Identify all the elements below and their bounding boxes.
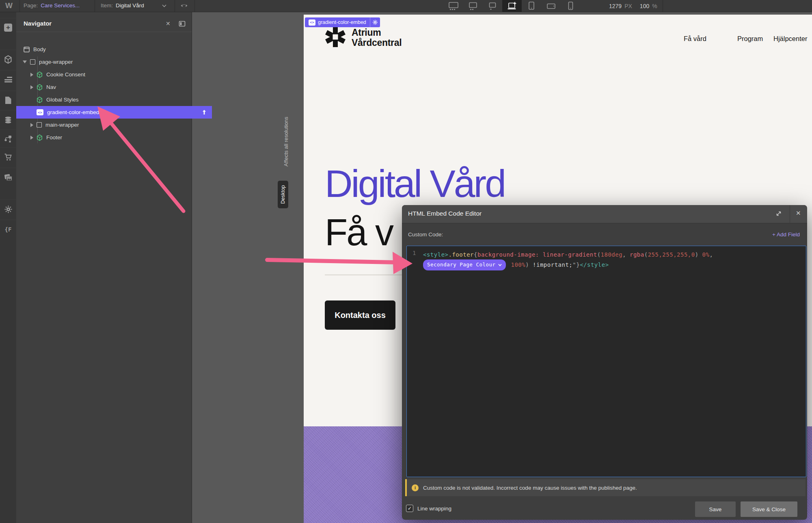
tree-row-gradient-color-embed-selected[interactable]: <> gradient-color-embed <box>16 106 212 119</box>
caret-right-icon[interactable] <box>30 123 33 127</box>
code-editor[interactable]: 1 <style>.footer{background-image: linea… <box>406 246 806 477</box>
modal-header[interactable]: HTML Embed Code Editor ✕ <box>402 205 807 223</box>
preview-eye-icon[interactable] <box>180 2 188 9</box>
desktop-xl-icon[interactable] <box>463 0 483 12</box>
site-logo-line1: Atrium <box>352 28 402 38</box>
caret-right-icon[interactable] <box>30 136 33 140</box>
tree-row-label: Body <box>33 46 46 52</box>
affects-all-breakpoints-icon <box>201 109 207 115</box>
breakpoint-bar <box>444 0 580 12</box>
line-wrapping-checkbox[interactable]: ✓ <box>406 505 413 512</box>
code-content[interactable]: <style>.footer{background-image: linear-… <box>423 250 802 270</box>
add-elements-icon[interactable]: + <box>0 18 16 37</box>
hero-heading-primary: Digital Vård <box>325 162 505 206</box>
code-line-2-rest: 100%) !important;"}</style> <box>508 262 609 268</box>
variable-pill[interactable]: Secondary Page Colour <box>423 259 506 270</box>
phone-landscape-icon[interactable] <box>541 0 561 12</box>
add-field-link[interactable]: + Add Field <box>772 231 800 238</box>
navigator-title: Navigator <box>24 20 52 27</box>
assets-icon[interactable] <box>0 168 16 187</box>
pages-icon[interactable] <box>0 91 16 110</box>
layers-icon[interactable] <box>0 70 16 89</box>
tree-row-label: gradient-color-embed <box>47 109 99 115</box>
line-number: 1 <box>412 250 416 256</box>
div-block-icon <box>37 122 42 128</box>
tree-row-nav[interactable]: Nav <box>16 81 206 93</box>
desktop-xxl-icon[interactable] <box>444 0 463 12</box>
caret-right-icon[interactable] <box>30 85 33 89</box>
canvas-width-value: 1279 <box>609 3 622 9</box>
tree-row-body[interactable]: Body <box>16 43 199 56</box>
code-line-1: <style>.footer{background-image: linear-… <box>423 250 802 259</box>
canvas-width-unit: PX <box>624 3 632 9</box>
tree-row-main-wrapper[interactable]: main-wrapper <box>16 119 206 131</box>
nav-link-program[interactable]: Program <box>737 35 763 43</box>
page-selector[interactable]: Page: Care Services... <box>24 2 80 9</box>
tablet-icon[interactable] <box>522 0 541 12</box>
nav-link-fa-vard[interactable]: Få vård <box>684 35 706 43</box>
info-icon: i <box>412 484 419 491</box>
canvas-dimensions[interactable]: 1279 PX 100 % <box>609 3 657 9</box>
phone-portrait-icon[interactable] <box>561 0 580 12</box>
apps-icon[interactable]: {F <box>0 220 16 239</box>
variable-pill-label: Secondary Page Colour <box>427 260 496 270</box>
component-icon <box>37 71 43 78</box>
collapse-all-icon[interactable]: ✕ <box>166 20 171 27</box>
divider <box>194 0 195 12</box>
tree-row-label: Cookie Consent <box>46 71 85 78</box>
atrium-logo-icon <box>324 26 346 48</box>
element-settings-gear-icon[interactable] <box>370 19 380 25</box>
caret-right-icon[interactable] <box>30 73 33 77</box>
modal-title: HTML Embed Code Editor <box>408 210 482 217</box>
line-wrapping-control[interactable]: ✓ Line wrapping <box>406 505 451 512</box>
dock-panel-icon[interactable] <box>179 21 186 27</box>
tree-row-footer[interactable]: Footer <box>16 131 206 144</box>
hero-divider-line <box>325 274 403 275</box>
laptop-default-icon[interactable] <box>502 0 522 12</box>
item-label: Item: <box>101 2 113 9</box>
zoom-unit: % <box>652 3 657 9</box>
tree-row-page-wrapper[interactable]: page-wrapper <box>16 56 198 68</box>
code-line-2: Secondary Page Colour 100%) !important;"… <box>423 259 802 270</box>
close-icon[interactable]: ✕ <box>796 210 801 217</box>
ecommerce-icon[interactable] <box>0 147 16 166</box>
tree-row-cookie-consent[interactable]: Cookie Consent <box>16 68 206 81</box>
site-logo-text[interactable]: Atrium Vårdcentral <box>352 28 402 48</box>
site-logo-line2: Vårdcentral <box>352 38 402 48</box>
chevron-down-icon[interactable] <box>162 4 166 7</box>
divider <box>790 205 790 223</box>
settings-icon[interactable] <box>0 199 16 218</box>
tree-row-global-styles[interactable]: Global Styles <box>16 93 209 106</box>
tree-row-label: Nav <box>46 84 56 90</box>
nav-link-hjalpcenter[interactable]: Hjälpcenter <box>773 35 807 43</box>
hero-heading-secondary: Få v <box>325 211 393 254</box>
tree-row-label: page-wrapper <box>39 59 73 65</box>
save-close-button[interactable]: Save & Close <box>741 501 797 517</box>
item-selector[interactable]: Item: Digital Vård <box>101 2 144 9</box>
tree-row-label: Footer <box>46 134 62 140</box>
item-value: Digital Vård <box>116 2 144 9</box>
navigator-panel: Navigator ✕ Body page-wrapper Cookie Con… <box>16 12 192 523</box>
kontakta-oss-button[interactable]: Kontakta oss <box>325 300 395 330</box>
page-label: Page: <box>24 2 38 9</box>
selected-element-badge[interactable]: <> gradient-color-embed <box>305 17 380 27</box>
component-icon <box>37 134 43 141</box>
divider <box>19 0 20 12</box>
warning-bar: i Custom code is not validated. Incorrec… <box>405 479 806 496</box>
expand-modal-icon[interactable] <box>775 210 782 217</box>
custom-code-label: Custom Code: <box>408 231 443 238</box>
desktop-large-icon[interactable] <box>483 0 502 12</box>
page-value: Care Services... <box>41 2 80 9</box>
webflow-logo[interactable]: W <box>5 1 13 10</box>
cms-icon[interactable] <box>0 110 16 129</box>
components-icon[interactable] <box>0 50 16 69</box>
div-block-icon <box>30 59 35 65</box>
save-button[interactable]: Save <box>695 501 736 517</box>
caret-down-icon[interactable] <box>23 61 27 63</box>
zoom-value: 100 <box>640 3 649 9</box>
element-badge-label: gradient-color-embed <box>318 19 366 25</box>
logic-icon[interactable] <box>0 129 16 148</box>
breakpoint-desktop-badge[interactable]: Desktop <box>278 181 288 208</box>
warning-text: Custom code is not validated. Incorrect … <box>423 485 637 491</box>
code-embed-icon: <> <box>37 109 43 115</box>
